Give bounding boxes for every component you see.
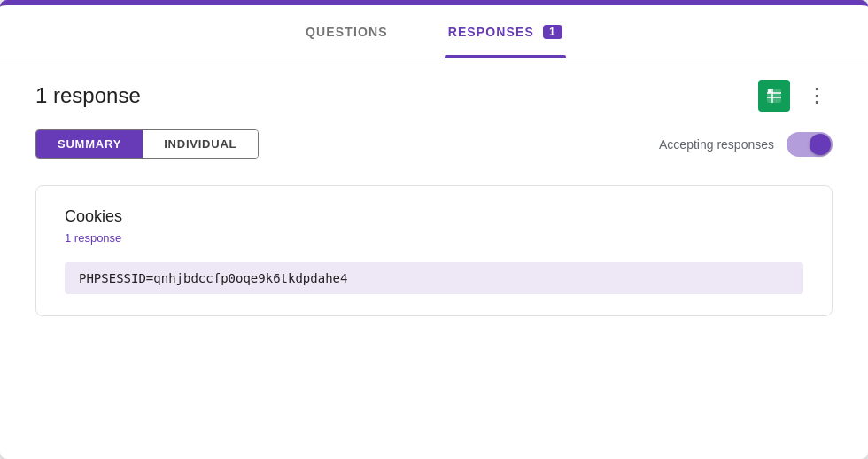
toggle-thumb — [810, 134, 831, 155]
more-options-button[interactable] — [801, 80, 833, 112]
subtab-summary-label: SUMMARY — [58, 137, 121, 151]
response-count-title: 1 response — [35, 83, 141, 108]
accepting-responses-toggle[interactable] — [787, 132, 833, 157]
tab-questions-label: QUESTIONS — [306, 25, 388, 39]
subtab-individual-label: INDIVIDUAL — [164, 137, 236, 151]
more-vert-icon — [807, 84, 826, 107]
svg-rect-4 — [768, 89, 771, 93]
tab-responses-label: RESPONSES — [448, 25, 534, 39]
accepting-row: Accepting responses — [659, 132, 833, 157]
question-title: Cookies — [65, 207, 803, 226]
top-row: 1 response — [35, 80, 833, 112]
tab-questions[interactable]: QUESTIONS — [302, 5, 391, 58]
question-card: Cookies 1 response PHPSESSID=qnhjbdccfp0… — [35, 185, 833, 316]
response-value: PHPSESSID=qnhjbdccfp0oqe9k6tkdpdahe4 — [65, 262, 803, 294]
top-actions — [758, 80, 833, 112]
accepting-label: Accepting responses — [659, 137, 774, 152]
question-response-count: 1 response — [65, 231, 803, 245]
app-window: QUESTIONS RESPONSES 1 1 response — [0, 0, 868, 459]
tab-responses[interactable]: RESPONSES 1 — [445, 5, 566, 58]
subtabs-group: SUMMARY INDIVIDUAL — [35, 129, 259, 159]
responses-badge: 1 — [543, 25, 562, 39]
subtab-individual[interactable]: INDIVIDUAL — [143, 130, 258, 158]
tabs-bar: QUESTIONS RESPONSES 1 — [0, 5, 868, 58]
subtab-summary[interactable]: SUMMARY — [36, 130, 143, 158]
main-content: 1 response — [0, 58, 868, 459]
subtabs-row: SUMMARY INDIVIDUAL Accepting responses — [35, 129, 833, 159]
spreadsheet-button[interactable] — [758, 80, 790, 112]
spreadsheet-icon — [765, 87, 783, 105]
